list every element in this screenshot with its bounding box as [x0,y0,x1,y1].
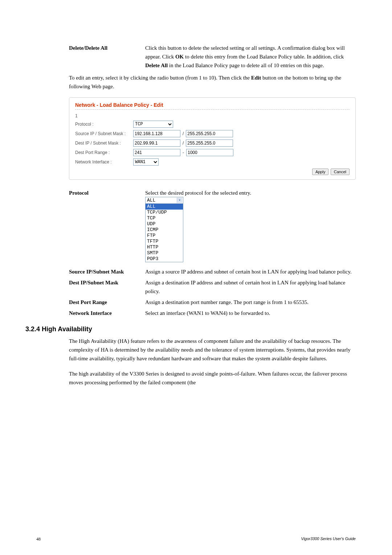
dropdown-option[interactable]: UDP [146,221,183,227]
delete-all-label: Delete/Delete All [69,44,145,70]
edit-instruction: To edit an entry, select it by clicking … [69,73,356,91]
dropdown-option[interactable]: POP3 [146,256,183,262]
param-port-label: Dest Port Range [69,298,145,307]
text: To edit an entry, select it by clicking … [69,75,251,81]
dropdown-option[interactable]: ALL [146,204,183,210]
apply-button[interactable]: Apply [312,169,329,175]
param-protocol-label: Protocol [69,190,145,262]
slash: / [183,141,184,146]
text: to delete this entry from the Load Balan… [184,54,344,60]
src-mask-input[interactable] [186,130,233,137]
delete-all-bold: Delete All [145,62,168,68]
protocol-dropdown[interactable]: ALL ▾ ALL TCP/UDP TCP UDP ICMP FTP TFTP … [145,197,183,262]
dropdown-option[interactable]: SMTP [146,250,183,256]
src-label: Source IP / Subnet Mask : [75,131,133,136]
iface-label: Network Interface : [75,159,133,165]
protocol-label: Protocol : [75,122,133,127]
edit-panel: Network - Load Balance Policy - Edit 1 P… [69,97,356,180]
cancel-button[interactable]: Cancel [331,169,350,175]
param-dst-label: Dest IP/Subnet Mask [69,278,145,296]
panel-title: Network - Load Balance Policy - Edit [75,102,350,110]
dropdown-option[interactable]: TCP/UDP [146,210,183,215]
iface-select[interactable]: WAN1 [133,158,159,166]
section-heading: 3.2.4 High Availability [25,325,356,333]
param-port-desc: Assign a destination port number range. … [145,298,356,307]
dropdown-option[interactable]: FTP [146,233,183,239]
row-index: 1 [75,113,133,118]
dropdown-list: ALL TCP/UDP TCP UDP ICMP FTP TFTP HTTP S… [146,203,183,262]
port-to-input[interactable] [186,149,233,156]
dst-label: Dest IP / Subnet Mask : [75,141,133,146]
port-from-input[interactable] [133,149,180,156]
param-src-label: Source IP/Subnet Mask [69,267,145,276]
edit-bold: Edit [251,75,261,81]
dropdown-option[interactable]: TCP [146,215,183,221]
ok-bold: OK [175,54,184,60]
protocol-select[interactable]: TCP [133,121,173,128]
text: in the Load Balance Policy page to delet… [168,62,324,68]
param-iface-label: Network Interface [69,309,145,317]
port-label: Dest Port Range : [75,150,133,155]
dropdown-option[interactable]: TFTP [146,239,183,244]
dst-mask-input[interactable] [186,139,233,147]
src-ip-input[interactable] [133,130,180,137]
delete-all-desc: Click this button to delete the selected… [145,44,356,70]
dropdown-option[interactable]: HTTP [146,244,183,250]
chevron-down-icon: ▾ [177,198,182,203]
section-p1: The High Availability (HA) feature refer… [69,337,356,363]
dst-ip-input[interactable] [133,139,180,147]
param-src-desc: Assign a source IP address and subnet of… [145,267,356,276]
param-protocol-desc: Select the desired protocol for the sele… [145,190,356,196]
param-dst-desc: Assign a destination IP address and subn… [145,278,356,296]
dropdown-selected: ALL [147,198,155,203]
guide-title: Vigor3300 Series User's Guide [301,536,356,542]
dash: - [183,150,184,155]
section-p2: The high availability of the V3300 Serie… [69,369,356,387]
slash: / [183,131,184,136]
page-number: 48 [36,536,41,542]
param-iface-desc: Select an interface (WAN1 to WAN4) to be… [145,309,356,317]
dropdown-option[interactable]: ICMP [146,227,183,233]
